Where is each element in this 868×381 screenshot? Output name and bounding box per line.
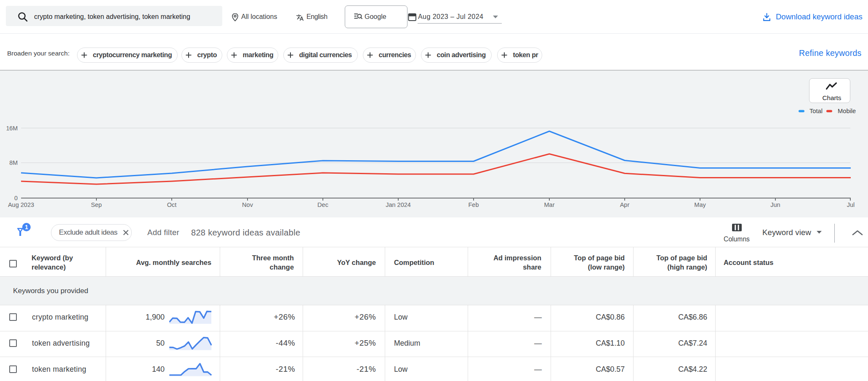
svg-text:Oct: Oct [167, 201, 177, 208]
svg-text:1: 1 [25, 224, 28, 230]
svg-text:16M: 16M [6, 125, 18, 132]
svg-text:Dec: Dec [317, 201, 328, 208]
svg-text:Sep: Sep [91, 201, 102, 208]
svg-text:Feb: Feb [469, 201, 479, 208]
svg-text:Jul: Jul [847, 201, 855, 208]
svg-text:May: May [694, 201, 706, 208]
svg-text:Jan 2024: Jan 2024 [386, 201, 411, 208]
svg-text:Nov: Nov [242, 201, 253, 208]
svg-text:8M: 8M [9, 159, 18, 166]
svg-text:Apr: Apr [620, 201, 630, 208]
svg-text:Mobile: Mobile [838, 108, 856, 114]
svg-text:0: 0 [14, 195, 18, 201]
svg-text:Aug 2023: Aug 2023 [8, 201, 34, 208]
svg-text:Total: Total [809, 108, 823, 114]
svg-text:Jun: Jun [770, 201, 780, 208]
svg-text:Mar: Mar [544, 201, 555, 208]
